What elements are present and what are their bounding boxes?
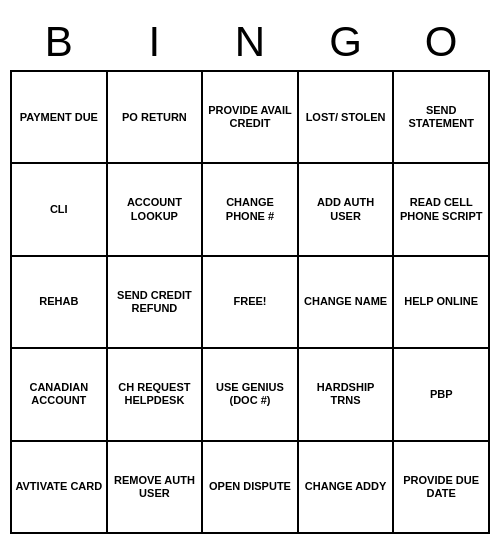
cell-3-1: CH REQUEST HELPDESK xyxy=(107,348,203,440)
cell-3-4: PBP xyxy=(393,348,489,440)
cell-1-3: ADD AUTH USER xyxy=(298,163,394,255)
cell-0-2: PROVIDE AVAIL CREDIT xyxy=(202,71,298,163)
cell-2-3: CHANGE NAME xyxy=(298,256,394,348)
cell-4-3: CHANGE ADDY xyxy=(298,441,394,533)
cell-4-2: OPEN DISPUTE xyxy=(202,441,298,533)
cell-2-0: REHAB xyxy=(11,256,107,348)
bingo-letter: G xyxy=(298,14,394,71)
bingo-letter: I xyxy=(107,14,203,71)
cell-4-4: PROVIDE DUE DATE xyxy=(393,441,489,533)
cell-3-2: USE GENIUS (DOC #) xyxy=(202,348,298,440)
cell-0-1: PO RETURN xyxy=(107,71,203,163)
cell-1-2: CHANGE PHONE # xyxy=(202,163,298,255)
cell-1-4: READ CELL PHONE SCRIPT xyxy=(393,163,489,255)
cell-4-0: AVTIVATE CARD xyxy=(11,441,107,533)
cell-1-0: CLI xyxy=(11,163,107,255)
cell-2-4: HELP ONLINE xyxy=(393,256,489,348)
bingo-letter: N xyxy=(202,14,298,71)
cell-0-0: PAYMENT DUE xyxy=(11,71,107,163)
cell-3-3: HARDSHIP TRNS xyxy=(298,348,394,440)
cell-1-1: ACCOUNT LOOKUP xyxy=(107,163,203,255)
cell-4-1: REMOVE AUTH USER xyxy=(107,441,203,533)
cell-0-3: LOST/ STOLEN xyxy=(298,71,394,163)
cell-0-4: SEND STATEMENT xyxy=(393,71,489,163)
bingo-letter: O xyxy=(393,14,489,71)
bingo-grid: BINGO PAYMENT DUEPO RETURNPROVIDE AVAIL … xyxy=(10,14,490,534)
cell-2-2: FREE! xyxy=(202,256,298,348)
cell-3-0: CANADIAN ACCOUNT xyxy=(11,348,107,440)
cell-2-1: SEND CREDIT REFUND xyxy=(107,256,203,348)
bingo-letter: B xyxy=(11,14,107,71)
